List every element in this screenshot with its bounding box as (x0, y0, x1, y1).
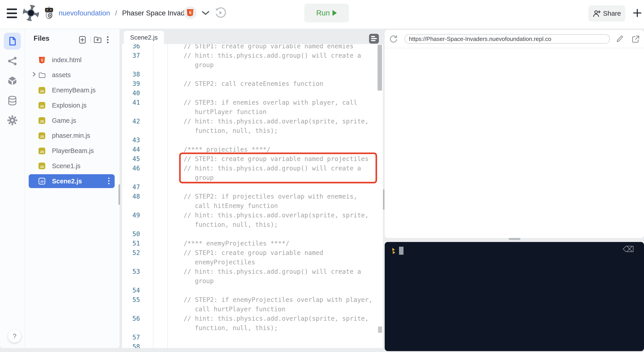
code-row-line-54: 54 (122, 286, 383, 295)
code-text: // STEP1: create group variable named (184, 248, 323, 258)
line-number: 57 (122, 333, 140, 342)
new-repl-plus-icon[interactable] (633, 8, 642, 17)
code-editor[interactable]: 36// STEP1: create group variable named … (122, 44, 383, 348)
code-text: call hitEnemy function (195, 201, 278, 211)
file-name: Explosion.js (52, 102, 87, 109)
file-row-explosion-js[interactable]: JSExplosion.js (29, 98, 115, 112)
editor-scrollbar-thumb[interactable] (378, 45, 382, 91)
file-row-phaser-min-js[interactable]: JSphaser.min.js (29, 129, 115, 143)
history-icon[interactable] (214, 7, 226, 18)
file-row-game-js[interactable]: JSGame.js (29, 114, 115, 128)
code-text: // hint: this.physics.add.group() will c… (184, 51, 361, 60)
code-row-line-47: 47 (122, 182, 383, 192)
line-number: 56 (122, 314, 140, 323)
line-number: 37 (122, 51, 140, 60)
rail-database-icon[interactable] (4, 92, 21, 109)
js-file-icon: JS (38, 117, 45, 124)
svg-text:5: 5 (189, 10, 191, 15)
top-bar: nuevofoundation / Phaser Space Invaders … (0, 0, 644, 29)
browser-preview-panel (385, 30, 644, 238)
code-row-line-49: 49// hint: this.physics.add.overlap(spri… (122, 211, 383, 220)
tab-scene2js[interactable]: Scene2.js (124, 31, 164, 44)
svg-text:5: 5 (41, 58, 43, 62)
code-row-line-48-wrap: call hitEnemy function (122, 201, 383, 211)
code-text: // hint: this.physics.add.overlap(sprite… (184, 117, 368, 126)
org-logo[interactable] (22, 4, 40, 21)
open-external-icon[interactable] (632, 35, 640, 43)
chevron-down-icon[interactable] (201, 10, 210, 16)
code-text: // hint: this.physics.add.overlap(sprite… (184, 314, 368, 323)
files-panel: Files 5index.htmlassetsJSEnemyBeam.jsJSE… (25, 29, 120, 348)
line-number: 53 (122, 267, 140, 276)
code-row-line-57: 57 (122, 333, 383, 342)
files-editor-resize-handle[interactable] (118, 184, 120, 205)
file-name: Game.js (52, 117, 76, 124)
file-kebab-menu-icon[interactable] (108, 177, 110, 185)
code-row-line-52: 52// STEP1: create group variable named (122, 248, 383, 258)
breadcrumb-owner-link[interactable]: nuevofoundation (59, 9, 110, 17)
line-number: 44 (122, 145, 140, 154)
file-name: Scene1.js (52, 162, 80, 170)
preview-url-input[interactable] (404, 34, 610, 44)
code-row-line-42-wrap: function, null, this); (122, 126, 383, 136)
hamburger-menu-icon[interactable] (7, 8, 18, 19)
rail-files-icon[interactable] (4, 33, 21, 50)
editor-menu-icon[interactable] (369, 34, 379, 44)
rail-packages-icon[interactable] (4, 72, 21, 89)
line-number: 54 (122, 286, 140, 295)
file-row-assets[interactable]: assets (29, 68, 115, 82)
refresh-icon[interactable] (389, 35, 398, 43)
new-folder-icon[interactable] (94, 36, 102, 44)
code-row-line-40: 40 (122, 89, 383, 98)
code-text: // STEP2: if projectiles overlap with en… (184, 192, 357, 201)
code-text: call hurtPlayer function (195, 305, 286, 314)
files-kebab-menu-icon[interactable] (106, 36, 109, 44)
editor-panel: Scene2.js 36// STEP1: create group varia… (122, 29, 383, 348)
tool-rail (0, 29, 25, 348)
file-name: assets (52, 71, 71, 79)
robot-avatar[interactable] (44, 6, 54, 19)
chevron-right-icon[interactable] (32, 71, 38, 79)
js-file-icon: JS (38, 87, 45, 94)
line-number: 58 (122, 342, 140, 348)
help-button-label: ? (13, 332, 16, 340)
rail-settings-icon[interactable] (4, 112, 21, 129)
console-resize-handle[interactable] (509, 238, 520, 240)
file-name: EnemyBeam.js (52, 87, 96, 94)
js-file-icon: JS (38, 148, 45, 154)
editor-preview-resize-handle[interactable] (383, 189, 384, 210)
chevron-prompt-icon (392, 247, 396, 254)
file-name: index.html (52, 56, 82, 64)
line-number: 55 (122, 295, 140, 305)
line-number: 50 (122, 229, 140, 239)
replit-workspace: nuevofoundation / Phaser Space Invaders … (0, 0, 644, 352)
file-row-scene1-js[interactable]: JSScene1.js (29, 159, 115, 173)
file-row-playerbeam-js[interactable]: JSPlayerBeam.js (29, 144, 115, 158)
file-name: phaser.min.js (52, 132, 90, 139)
highlight-annotation-box (179, 153, 377, 183)
line-number: 45 (122, 154, 140, 164)
new-file-icon[interactable] (78, 36, 86, 44)
run-button[interactable]: Run (304, 3, 349, 22)
help-button[interactable]: ? (8, 330, 21, 343)
share-button[interactable]: Share (588, 5, 625, 21)
run-button-label: Run (316, 9, 330, 17)
file-row-index-html[interactable]: 5index.html (29, 53, 115, 67)
console-panel[interactable]: ⌫ (385, 242, 644, 351)
preview-viewport (385, 48, 644, 238)
code-row-line-41-wrap: hurtPlayer function (122, 107, 383, 117)
file-row-scene2-js[interactable]: JSScene2.js (29, 174, 115, 188)
code-row-line-52-wrap: enemyProjectiles (122, 258, 383, 267)
html5-language-badge: 5 (184, 6, 196, 19)
edit-url-icon[interactable] (615, 35, 624, 43)
file-name: PlayerBeam.js (52, 147, 94, 155)
code-row-line-58: 58 (122, 342, 383, 348)
line-number: 47 (122, 182, 140, 192)
rail-version-control-icon[interactable] (4, 53, 21, 70)
editor-scrollbar-fragment[interactable] (378, 327, 382, 333)
code-row-line-39: 39// STEP2: call createEnemies function (122, 79, 383, 89)
code-row-line-43: 43 (122, 136, 383, 145)
file-row-enemybeam-js[interactable]: JSEnemyBeam.js (29, 83, 115, 97)
code-row-line-49-wrap: function, null, this); (122, 220, 383, 229)
console-clear-icon[interactable]: ⌫ (623, 245, 634, 254)
